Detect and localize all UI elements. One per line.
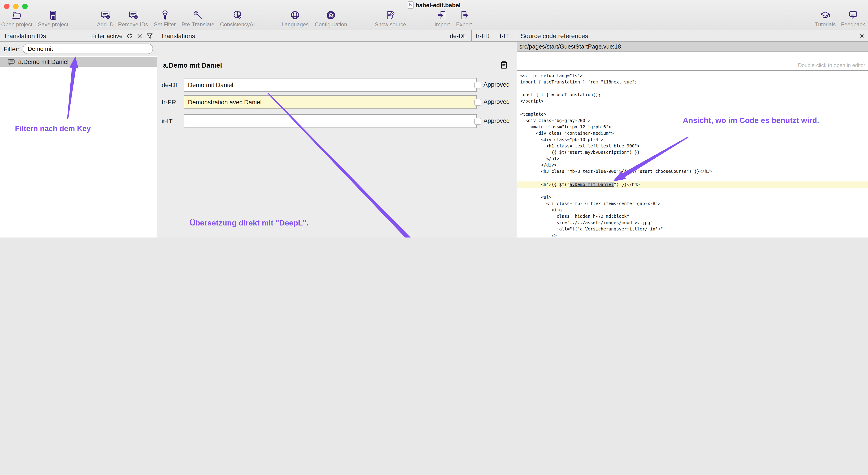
window-title: b babel-edit.babel	[0, 1, 868, 9]
translation-id-item[interactable]: a.Demo mit Daniel	[0, 57, 157, 67]
approved-checkbox-it-IT[interactable]	[474, 118, 481, 125]
source-references-title: Source code references	[521, 32, 588, 39]
close-panel-icon[interactable]: ✕	[859, 33, 864, 39]
approved-checkbox-de-DE[interactable]	[474, 82, 481, 89]
translation-row-fr-FR: fr-FR Approved	[157, 95, 517, 109]
feedback-bubble-icon	[847, 9, 859, 21]
import-button[interactable]: Import	[434, 9, 450, 28]
open-project-button[interactable]: Open project	[1, 9, 32, 28]
pre-translate-button[interactable]: Pre-Translate	[182, 9, 215, 28]
translation-row-de-DE: de-DE Approved	[157, 78, 517, 92]
feedback-button[interactable]: Feedback	[841, 9, 865, 28]
funnel-icon	[159, 9, 170, 21]
set-filter-button[interactable]: Set Filter	[154, 9, 176, 28]
reference-list-area: Double-click to open in editor	[517, 52, 868, 71]
source-reference-item[interactable]: src/pages/start/GuestStartPage.vue:18	[517, 42, 868, 52]
save-project-button[interactable]: Save project	[38, 9, 68, 28]
language-tab-it-IT[interactable]: it-IT	[494, 30, 513, 41]
floppy-disk-icon	[48, 9, 59, 21]
folder-open-icon	[11, 9, 23, 21]
consistency-ai-button[interactable]: ConsistencyAI	[220, 9, 255, 28]
approved-label: Approved	[484, 81, 510, 88]
import-icon	[436, 9, 448, 21]
bubble-plus-icon	[100, 9, 111, 21]
language-label: it-IT	[162, 117, 173, 125]
language-tab-de-DE[interactable]: de-DE	[445, 30, 471, 41]
filter-active-status: Filter active	[91, 32, 123, 39]
export-button[interactable]: Export	[456, 9, 472, 28]
language-tab-fr-FR[interactable]: fr-FR	[471, 30, 494, 41]
open-in-editor-hint: Double-click to open in editor	[798, 63, 865, 68]
language-label: fr-FR	[162, 98, 176, 106]
remove-ids-button[interactable]: Remove IDs	[118, 9, 148, 28]
magic-wand-icon	[192, 9, 204, 21]
annotation-filter-note: Filtern nach dem Key	[15, 124, 91, 133]
brain-check-icon	[232, 9, 243, 21]
annotation-source-note: Ansicht, wo im Code es benutzt wird.	[683, 116, 819, 125]
approved-label: Approved	[484, 117, 510, 124]
globe-icon	[289, 9, 301, 21]
translation-ids-panel: Translation IDs Filter active Filter: a.…	[0, 30, 157, 238]
translation-row-it-IT: it-IT Approved	[157, 114, 517, 128]
add-id-button[interactable]: Add ID	[97, 9, 114, 28]
approved-label: Approved	[484, 98, 510, 105]
translation-input-fr-FR[interactable]	[184, 95, 477, 109]
translations-panel: Translations de-DE fr-FR it-IT a.Demo mi…	[157, 30, 517, 238]
clear-filter-icon[interactable]	[137, 33, 143, 39]
tutorials-button[interactable]: Tutorials	[815, 9, 836, 28]
translation-ids-title: Translation IDs	[4, 32, 46, 39]
document-eye-icon	[385, 9, 396, 21]
configuration-button[interactable]: Configuration	[315, 9, 347, 28]
languages-button[interactable]: Languages	[282, 9, 309, 28]
source-code: <script setup lang="ts">import { useTran…	[517, 70, 868, 238]
comment-bubble-icon	[8, 59, 15, 65]
export-icon	[458, 9, 470, 21]
language-label: de-DE	[162, 81, 180, 89]
graduation-cap-icon	[820, 9, 831, 21]
filter-input[interactable]	[23, 43, 153, 54]
show-source-button[interactable]: Show source	[375, 9, 406, 28]
window-title-text: babel-edit.babel	[415, 2, 461, 8]
filter-label: Filter:	[4, 45, 20, 53]
translation-id-label: a.Demo mit Daniel	[18, 59, 68, 65]
bubble-minus-icon	[127, 9, 139, 21]
gear-icon	[325, 9, 337, 21]
babeledit-window: b babel-edit.babel Open project Save pro…	[0, 0, 868, 238]
annotation-deepl-note: Übersetzung direkt mit "DeepL".	[190, 219, 308, 228]
translation-input-it-IT[interactable]	[184, 114, 477, 128]
document-proxy-icon: b	[407, 1, 413, 9]
approved-checkbox-fr-FR[interactable]	[474, 99, 481, 106]
entry-id-heading: a.Demo mit Daniel	[163, 61, 222, 69]
source-references-panel: Source code references ✕ src/pages/start…	[517, 30, 868, 238]
translations-title: Translations	[161, 32, 195, 39]
refresh-icon[interactable]	[126, 32, 133, 39]
translation-input-de-DE[interactable]	[184, 78, 477, 92]
toolbar: b babel-edit.babel Open project Save pro…	[0, 0, 868, 31]
filter-funnel-icon[interactable]	[146, 32, 153, 39]
notepad-icon[interactable]	[501, 61, 507, 69]
